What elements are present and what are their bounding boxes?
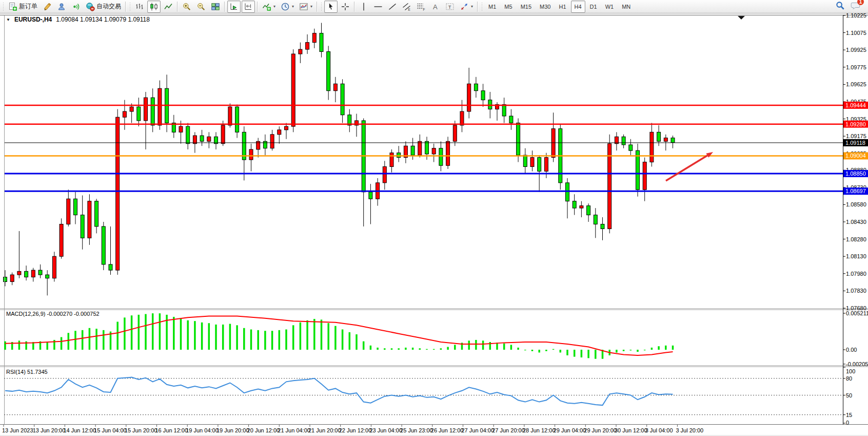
macd-histogram-bar	[587, 350, 589, 358]
macd-histogram-bar	[531, 350, 534, 351]
svg-text:1.09118: 1.09118	[845, 140, 865, 146]
candle	[390, 153, 393, 167]
macd-histogram-bar	[194, 321, 196, 350]
candle	[312, 33, 316, 43]
ohlc-values: 1.09084 1.09134 1.09079 1.09118	[56, 16, 150, 23]
candle	[31, 270, 35, 277]
price-tick-label: 1.09175	[846, 133, 866, 139]
candle	[580, 206, 583, 208]
candle	[38, 270, 42, 275]
time-tick-label: 27 Jun 20:00	[492, 427, 525, 433]
candle	[249, 149, 253, 160]
rsi-axis-label: 0	[846, 420, 849, 426]
macd-histogram-bar	[74, 331, 76, 350]
macd-histogram-bar	[637, 350, 639, 352]
macd-histogram-bar	[342, 329, 344, 350]
macd-histogram-bar	[581, 350, 583, 357]
chart-canvas[interactable]: 1.102251.100751.099251.097751.096251.094…	[0, 0, 868, 436]
candle	[327, 52, 330, 91]
macd-histogram-bar	[145, 314, 147, 350]
candle	[411, 146, 415, 155]
macd-histogram-bar	[334, 326, 337, 350]
macd-histogram-bar	[616, 350, 618, 352]
time-tick-label: 19 Jun 20:00	[216, 427, 249, 433]
macd-histogram-bar	[433, 349, 435, 350]
time-tick-label: 20 Jun 12:00	[247, 427, 280, 433]
mt4-window: 新订单自动交易▾▾▾EFAT▾M1M5M15M30H1H4D1W1MN1 1.1…	[0, 0, 868, 436]
candle	[60, 224, 63, 257]
macd-histogram-bar	[152, 313, 154, 350]
price-tick-label: 1.10225	[846, 12, 866, 18]
macd-histogram-bar	[187, 320, 189, 350]
macd-histogram-bar	[517, 348, 519, 350]
macd-histogram-bar	[313, 319, 315, 350]
time-tick-label: 30 Jun 12:00	[615, 427, 647, 433]
price-label-chip: 1.08697	[843, 187, 868, 195]
macd-histogram-bar	[510, 345, 512, 350]
candle	[544, 158, 548, 172]
candle	[594, 215, 597, 224]
macd-histogram-bar	[391, 348, 393, 350]
candle	[179, 126, 183, 132]
macd-histogram-bar	[124, 317, 126, 350]
macd-histogram-bar	[623, 350, 625, 351]
macd-histogram-bar	[630, 350, 632, 350]
macd-histogram-bar	[496, 343, 498, 350]
macd-histogram-bar	[595, 350, 597, 359]
candle	[263, 141, 267, 148]
candle	[397, 153, 401, 158]
time-tick-label: 28 Jun 12:00	[523, 427, 556, 433]
candle	[509, 116, 513, 123]
candle	[193, 136, 196, 144]
macd-axis-label: 0.005211	[846, 310, 868, 316]
candle	[235, 107, 239, 132]
macd-histogram-bar	[398, 348, 400, 350]
macd-histogram-bar	[644, 350, 646, 350]
one-click-expand-icon[interactable]: ▼	[6, 17, 10, 22]
candle	[200, 136, 204, 141]
macd-indicator-label: MACD(12,26,9) -0.000270 -0.000752	[6, 311, 100, 317]
macd-histogram-bar	[250, 329, 252, 350]
chart-background[interactable]	[0, 14, 868, 435]
candle	[432, 148, 436, 154]
macd-histogram-bar	[405, 348, 407, 350]
candle	[671, 138, 675, 143]
time-tick-label: 29 Jun 04:00	[554, 427, 586, 433]
time-tick-label: 3 Jul 04:00	[645, 427, 673, 433]
macd-histogram-bar	[131, 315, 133, 350]
macd-histogram-bar	[68, 333, 70, 350]
time-tick-label: 21 Jun 20:00	[308, 427, 341, 433]
candle	[95, 201, 98, 226]
macd-histogram-bar	[370, 346, 372, 350]
candle	[517, 123, 520, 155]
chart-symbol-title: ▼ EURUSD-,H4 1.09084 1.09134 1.09079 1.0…	[6, 16, 150, 23]
svg-text:1.08850: 1.08850	[845, 170, 866, 177]
price-label-chip: 1.09444	[843, 102, 868, 109]
candle	[25, 271, 28, 277]
candle	[460, 111, 464, 125]
macd-histogram-bar	[116, 322, 119, 350]
candle	[123, 111, 126, 117]
candle	[207, 137, 211, 141]
time-tick-label: 22 Jun 12:00	[339, 427, 372, 433]
time-tick-label: 29 Jun 20:00	[584, 427, 617, 433]
candle	[67, 199, 70, 224]
macd-histogram-bar	[243, 328, 245, 350]
candle	[622, 137, 625, 145]
rsi-axis-label: 15	[846, 412, 852, 418]
macd-histogram-bar	[215, 325, 217, 350]
rsi-axis-label: 50	[846, 392, 852, 399]
candle	[17, 271, 21, 275]
macd-histogram-bar	[384, 348, 386, 350]
candle	[573, 201, 576, 208]
candle	[474, 84, 478, 90]
time-tick-label: 26 Jun 12:00	[431, 427, 464, 433]
svg-text:1.09004: 1.09004	[845, 153, 866, 159]
candle	[137, 107, 141, 121]
time-tick-label: 15 Jun 04:00	[94, 427, 127, 433]
macd-histogram-bar	[440, 348, 442, 350]
macd-histogram-bar	[159, 313, 161, 350]
price-tick-label: 1.10075	[846, 30, 866, 36]
price-tick-label: 1.09775	[846, 64, 866, 70]
time-tick-label: 13 Jun 2023	[2, 427, 33, 433]
